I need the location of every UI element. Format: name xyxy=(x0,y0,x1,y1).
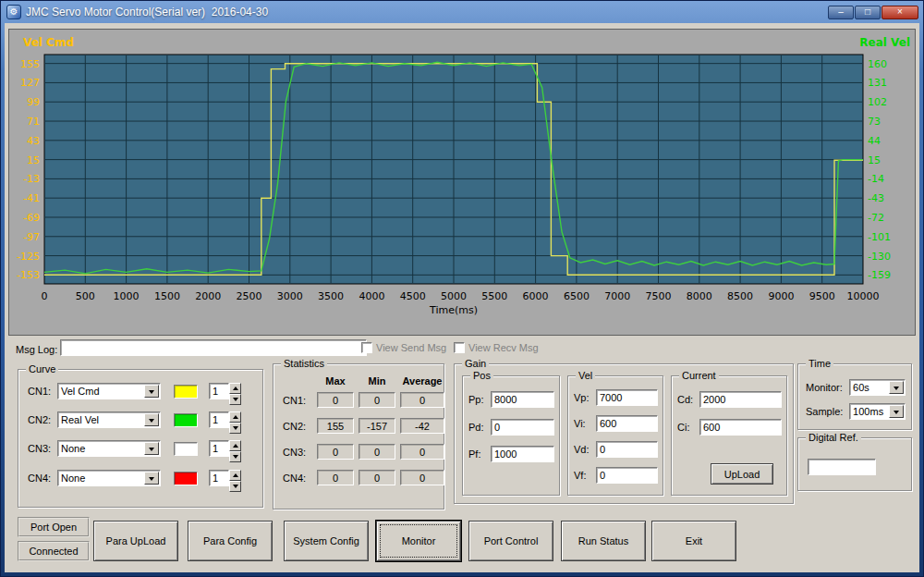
close-button[interactable]: × xyxy=(881,6,918,19)
msg-log-input[interactable] xyxy=(60,339,367,356)
cn2-spinner-buttons xyxy=(229,411,241,428)
minimize-button[interactable]: – xyxy=(828,6,854,19)
gain-group: Gain Pos Pp: Pd: Pf: Vel xyxy=(454,363,794,504)
curve-group: Curve CN1: Vel Cmd CN2: xyxy=(18,369,263,508)
connection-status-badge: Connected xyxy=(18,541,90,561)
view-send-msg-label: View Send Msg xyxy=(376,342,446,353)
ci-label: Ci: xyxy=(677,422,699,433)
digital-ref-input[interactable] xyxy=(808,459,876,475)
pos-group-title: Pos xyxy=(470,370,493,381)
stat-row-cn4: CN4: 0 0 0 xyxy=(283,470,444,485)
spinner-down-icon[interactable] xyxy=(229,394,241,405)
svg-text:71: 71 xyxy=(27,116,40,128)
svg-text:6000: 6000 xyxy=(523,290,549,302)
vd-label: Vd: xyxy=(574,444,596,455)
maximize-button[interactable]: □ xyxy=(855,6,881,19)
cn3-curve-select[interactable]: None xyxy=(57,440,161,457)
titlebar[interactable]: ⚙ JMC Servo Motor Control(Serial ver) 20… xyxy=(3,2,921,22)
velocity-chart: 15516012713199102717343441515-13-14-41-4… xyxy=(10,32,916,332)
chevron-down-icon[interactable] xyxy=(144,413,159,426)
app-window: ⚙ JMC Servo Motor Control(Serial ver) 20… xyxy=(0,0,924,577)
pos-gain-group: Pos Pp: Pd: Pf: xyxy=(462,375,560,496)
cn1-width-input[interactable] xyxy=(209,383,229,399)
cn2-curve-select[interactable]: Real Vel xyxy=(57,411,161,428)
cn2-width-spinner[interactable] xyxy=(209,411,242,428)
para-upload-button[interactable]: Para UpLoad xyxy=(93,521,178,561)
cn2-curve-value: Real Vel xyxy=(58,414,144,425)
vf-label: Vf: xyxy=(574,470,596,481)
pf-input[interactable] xyxy=(491,446,554,462)
svg-text:2000: 2000 xyxy=(195,290,221,302)
ci-input[interactable] xyxy=(699,419,782,436)
view-send-msg-checkbox[interactable] xyxy=(361,342,372,353)
vd-input[interactable] xyxy=(596,441,658,458)
spinner-down-icon[interactable] xyxy=(229,423,241,434)
cn4-width-input[interactable] xyxy=(209,470,229,486)
cn4-curve-value: None xyxy=(58,473,144,484)
upload-button[interactable]: UpLoad xyxy=(711,463,773,485)
cn3-label: CN3: xyxy=(28,443,57,454)
cn2-width-input[interactable] xyxy=(209,411,229,428)
cn4-color-swatch[interactable] xyxy=(174,472,198,485)
cn3-spinner-buttons xyxy=(229,440,241,457)
chevron-down-icon[interactable] xyxy=(889,381,904,394)
cn3-width-spinner[interactable] xyxy=(209,440,242,457)
monitor-label: Monitor: xyxy=(806,382,849,393)
svg-text:500: 500 xyxy=(76,290,95,302)
vi-input[interactable] xyxy=(596,415,658,432)
chevron-down-icon[interactable] xyxy=(144,385,159,398)
cn4-curve-select[interactable]: None xyxy=(57,470,161,486)
svg-text:10000: 10000 xyxy=(847,290,880,302)
stat-cn1-max: 0 xyxy=(317,392,354,408)
stat-header-min: Min xyxy=(359,375,395,387)
monitor-row: Monitor: 60s xyxy=(806,379,906,396)
chevron-down-icon[interactable] xyxy=(144,472,159,485)
view-recv-msg-checkbox[interactable] xyxy=(454,342,465,353)
port-open-button[interactable]: Port Open xyxy=(18,517,90,537)
exit-button[interactable]: Exit xyxy=(651,521,736,561)
stat-cn3-average: 0 xyxy=(400,444,444,460)
svg-text:6500: 6500 xyxy=(564,290,590,302)
spinner-up-icon[interactable] xyxy=(229,411,241,423)
system-config-button[interactable]: System Config xyxy=(284,521,369,561)
cn3-color-swatch[interactable] xyxy=(174,442,198,456)
pd-input[interactable] xyxy=(491,419,554,436)
svg-text:-41: -41 xyxy=(23,192,40,204)
view-send-msg-row: View Send Msg xyxy=(361,342,446,353)
port-control-button[interactable]: Port Control xyxy=(468,521,553,561)
monitor-select[interactable]: 60s xyxy=(849,379,906,396)
cn4-width-spinner[interactable] xyxy=(209,470,242,486)
stat-cn4-average: 0 xyxy=(400,470,444,485)
vp-input[interactable] xyxy=(596,389,658,406)
run-status-button[interactable]: Run Status xyxy=(561,521,646,561)
time-group-title: Time xyxy=(806,358,833,369)
cn1-curve-select[interactable]: Vel Cmd xyxy=(57,383,161,399)
chevron-down-icon[interactable] xyxy=(144,442,159,455)
view-recv-msg-row: View Recv Msg xyxy=(454,342,539,353)
pd-field-row: Pd: xyxy=(468,419,554,436)
sample-value: 100ms xyxy=(850,406,889,417)
cn2-color-swatch[interactable] xyxy=(174,413,198,427)
spinner-up-icon[interactable] xyxy=(229,470,241,481)
vf-input[interactable] xyxy=(596,467,658,484)
spinner-down-icon[interactable] xyxy=(229,451,241,462)
cd-input[interactable] xyxy=(699,391,782,408)
spinner-down-icon[interactable] xyxy=(229,481,241,492)
stat-header-max: Max xyxy=(317,375,354,387)
para-config-button[interactable]: Para Config xyxy=(188,521,273,561)
monitor-button[interactable]: Monitor xyxy=(376,521,461,561)
cn3-width-input[interactable] xyxy=(209,440,229,457)
cn3-curve-value: None xyxy=(58,443,144,454)
svg-text:9000: 9000 xyxy=(768,290,794,302)
cn1-color-swatch[interactable] xyxy=(174,385,198,399)
stat-header-average: Average xyxy=(400,375,444,387)
sample-select[interactable]: 100ms xyxy=(849,403,906,420)
chevron-down-icon[interactable] xyxy=(889,405,904,418)
spinner-up-icon[interactable] xyxy=(229,440,241,451)
pp-input[interactable] xyxy=(491,391,554,408)
spinner-up-icon[interactable] xyxy=(229,383,241,394)
svg-text:-72: -72 xyxy=(868,212,884,224)
svg-text:-125: -125 xyxy=(17,251,40,263)
pf-label: Pf: xyxy=(468,448,491,460)
cn1-width-spinner[interactable] xyxy=(209,383,242,399)
